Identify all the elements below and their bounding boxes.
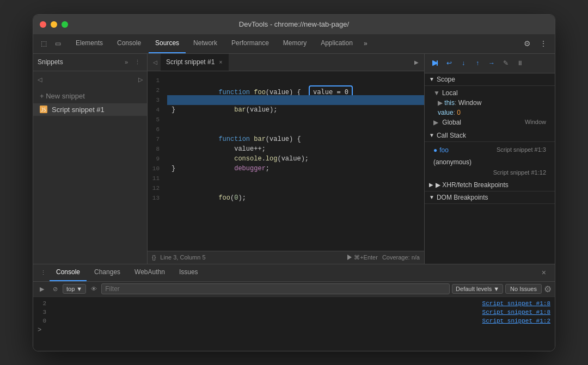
console-toolbar: ▶ ⊘ top ▼ 👁 Default levels ▼ No Issues ⚙ xyxy=(33,282,555,297)
snippets-menu-icon[interactable]: ⋮ xyxy=(132,58,143,67)
line-num-2: 2 xyxy=(148,85,163,95)
tab-network[interactable]: Network xyxy=(187,34,224,53)
deactivate-breakpoints-button[interactable]: ✎ xyxy=(500,57,512,69)
left-panel: Snippets » ⋮ ◁ ▷ + New snippet JS Scrip xyxy=(33,54,148,264)
code-line-2: console.log(value); xyxy=(167,85,424,95)
tab-issues[interactable]: Issues xyxy=(173,264,205,281)
step-into-button[interactable]: ↓ xyxy=(457,57,469,69)
console-loc-2[interactable]: Script snippet #1:8 xyxy=(482,309,550,315)
more-options-icon[interactable]: ⋮ xyxy=(536,36,550,51)
eye-icon[interactable]: 👁 xyxy=(88,283,99,294)
code-line-9: debugger; xyxy=(167,154,424,164)
run-triangle-icon xyxy=(347,255,352,260)
close-button[interactable] xyxy=(40,21,46,28)
console-tab-bar: ⋮ Console Changes WebAuthn Issues × xyxy=(33,264,555,282)
close-console-panel-button[interactable]: × xyxy=(537,268,550,277)
code-line-8: console.log(value); xyxy=(167,144,424,154)
coverage-label: Coverage: n/a xyxy=(382,254,420,261)
editor-tab-close[interactable]: × xyxy=(218,59,223,66)
code-line-3: bar(value); xyxy=(167,95,424,105)
minimize-button[interactable] xyxy=(51,21,57,28)
stack-frame-foo[interactable]: ●foo Script snippet #1:3 xyxy=(425,144,555,156)
code-line-4: } xyxy=(167,105,424,115)
console-run-button[interactable]: ▶ xyxy=(36,283,47,294)
editor-tab-nav-left[interactable]: ◁ xyxy=(150,57,161,67)
editor-tab-snippet[interactable]: Script snippet #1 × xyxy=(161,54,229,71)
console-filter-input[interactable] xyxy=(101,283,450,294)
code-area: 1 2 3 4 5 6 7 8 9 10 11 12 13 xyxy=(148,71,424,251)
snippet-item[interactable]: JS Script snippet #1 xyxy=(33,103,147,116)
dom-breakpoints-header[interactable]: ▼ DOM Breakpoints xyxy=(425,191,555,204)
xhr-breakpoints-title: ▶ XHR/fetch Breakpoints xyxy=(436,181,509,189)
step-over-button[interactable]: ↩ xyxy=(443,57,455,69)
run-hint: ⌘+Enter xyxy=(347,254,378,261)
line-num-1: 1 xyxy=(148,76,163,85)
stack-frame-anonymous[interactable]: (anonymous) xyxy=(425,156,555,168)
file-nav-left-icon[interactable]: ◁ xyxy=(35,75,44,84)
main-content: Snippets » ⋮ ◁ ▷ + New snippet JS Scrip xyxy=(33,54,555,264)
tab-console[interactable]: Console xyxy=(111,34,148,53)
more-snippets-icon[interactable]: » xyxy=(122,58,130,67)
console-block-button[interactable]: ⊘ xyxy=(50,283,60,294)
code-line-12: foo(0); xyxy=(167,183,424,193)
console-loc-3[interactable]: Script snippet #1:2 xyxy=(482,318,550,324)
editor-run-button[interactable]: ▶ xyxy=(411,57,422,67)
tab-changes[interactable]: Changes xyxy=(88,264,127,281)
cursor-position: Line 3, Column 5 xyxy=(160,254,205,261)
resume-button[interactable] xyxy=(429,57,441,69)
global-scope-header[interactable]: ▶ Global Window xyxy=(425,117,555,127)
default-levels-selector[interactable]: Default levels ▼ xyxy=(452,284,503,294)
console-loc-1[interactable]: Script snippet #1:8 xyxy=(482,300,550,307)
console-tab-menu-icon[interactable]: ⋮ xyxy=(38,267,48,278)
call-stack-chevron: ▼ xyxy=(429,132,434,138)
line-num-4: 4 xyxy=(148,105,163,115)
stack-frame-anonymous-loc: Script snippet #1:12 xyxy=(425,168,555,177)
settings-icon[interactable]: ⚙ xyxy=(520,36,534,51)
line-num-12: 12 xyxy=(148,183,163,193)
call-stack-section: ▼ Call Stack ●foo Script snippet #1:3 (a… xyxy=(425,129,555,179)
snippet-name: Script snippet #1 xyxy=(52,106,105,114)
file-nav-right-icon[interactable]: ▷ xyxy=(136,75,145,84)
line-numbers: 1 2 3 4 5 6 7 8 9 10 11 12 13 xyxy=(148,71,167,251)
tab-performance[interactable]: Performance xyxy=(225,34,275,53)
svg-rect-3 xyxy=(432,60,433,66)
tab-memory[interactable]: Memory xyxy=(277,34,313,53)
tab-console-bottom[interactable]: Console xyxy=(50,264,87,281)
scope-section: ▼ Scope ▼Local ▶ this: Window value: 0 ▶… xyxy=(425,73,555,129)
right-panel: ↩ ↓ ↑ → ✎ ⏸ ▼ Scope ▼Local ▶ this: xyxy=(424,54,555,264)
tab-webauthn[interactable]: WebAuthn xyxy=(128,264,171,281)
pause-exceptions-button[interactable]: ⏸ xyxy=(514,57,526,69)
console-prompt[interactable]: > xyxy=(33,325,555,335)
value-scope-item: value: 0 xyxy=(425,108,555,117)
tab-elements[interactable]: Elements xyxy=(69,34,109,53)
svg-rect-4 xyxy=(437,60,438,66)
code-line-6: function bar(value) { xyxy=(167,125,424,134)
snippets-title: Snippets xyxy=(38,58,63,66)
context-selector[interactable]: top ▼ xyxy=(63,284,86,294)
center-panel: ◁ Script snippet #1 × ▶ 1 2 3 4 5 6 7 8 xyxy=(148,54,424,264)
step-button[interactable]: → xyxy=(486,57,498,69)
nav-icons: ⬚ ▭ xyxy=(38,38,64,50)
scope-header[interactable]: ▼ Scope xyxy=(425,73,555,86)
local-scope-header[interactable]: ▼Local xyxy=(425,88,555,98)
new-snippet-button[interactable]: + New snippet xyxy=(33,89,147,103)
this-scope-item: ▶ this: Window xyxy=(425,98,555,108)
tab-application[interactable]: Application xyxy=(314,34,359,53)
line-num-3: 3 xyxy=(148,95,163,105)
svg-text:JS: JS xyxy=(41,108,46,113)
console-output-line-1: 2 Script snippet #1:8 xyxy=(33,299,555,308)
console-settings-icon[interactable]: ⚙ xyxy=(544,284,552,294)
maximize-button[interactable] xyxy=(62,21,68,28)
device-icon[interactable]: ▭ xyxy=(52,38,64,50)
devtools-window: DevTools - chrome://new-tab-page/ ⬚ ▭ El… xyxy=(33,14,555,351)
step-out-button[interactable]: ↑ xyxy=(471,57,483,69)
xhr-breakpoints-header[interactable]: ▶ ▶ XHR/fetch Breakpoints xyxy=(425,179,555,191)
tab-sources[interactable]: Sources xyxy=(149,34,186,53)
code-line-11 xyxy=(167,174,424,183)
scope-content: ▼Local ▶ this: Window value: 0 ▶ Global … xyxy=(425,86,555,129)
call-stack-header[interactable]: ▼ Call Stack xyxy=(425,129,555,142)
console-output-line-3: 0 Script snippet #1:2 xyxy=(33,317,555,325)
nav-actions: ⚙ ⋮ xyxy=(520,36,550,51)
cursor-icon[interactable]: ⬚ xyxy=(38,38,50,50)
more-tabs-button[interactable]: » xyxy=(360,40,371,47)
